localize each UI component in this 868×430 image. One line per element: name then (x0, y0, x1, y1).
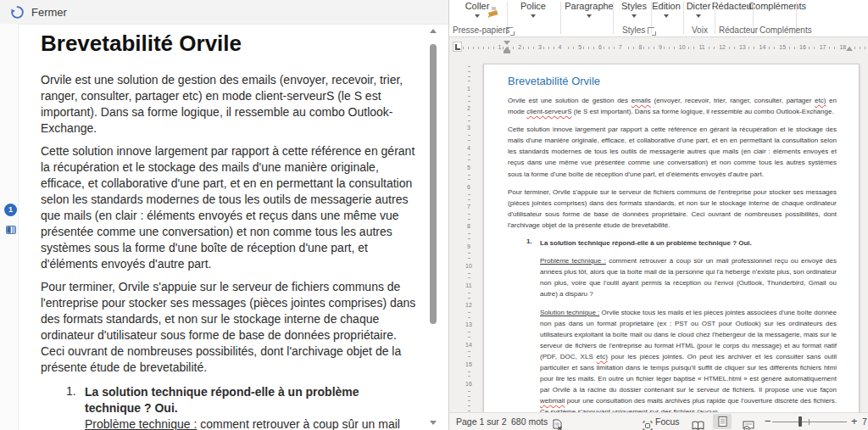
reader-margin: 1 (0, 24, 19, 430)
reader-paragraph: Cette solution innove largement par rapp… (41, 143, 418, 272)
ruler-number: 2 (465, 104, 473, 113)
horizontal-ruler[interactable]: 123456789101112131415161718 (449, 41, 868, 53)
ruler-number: 8 (637, 42, 643, 53)
status-bar: Page 1 sur 2 680 mots Focus (449, 412, 868, 430)
dictate-button[interactable]: Dicter (687, 1, 709, 18)
ruler-number: 16 (798, 42, 808, 53)
spellcheck-squiggle: client-serveurS (526, 108, 571, 115)
group-label-editor: Rédacteur (719, 25, 758, 35)
dialog-launcher-icon[interactable] (648, 27, 654, 34)
reader-content: Brevetabilité Orvile Orvile est une solu… (19, 24, 418, 430)
list-part: Problème technique : comment retrouver à… (85, 416, 418, 430)
ruler-number: 14 (758, 42, 768, 53)
ruler-number: 6 (465, 183, 473, 192)
paragraph-menu-button[interactable]: Paragraphe (567, 1, 611, 18)
doc-paragraph: Cette solution innove largement par rapp… (508, 124, 837, 179)
screen: Fermer 1 Brevetabilité Orvile Orvile est… (0, 0, 868, 430)
ruler-number: 3 (465, 124, 473, 132)
tab-stop-selector[interactable] (453, 42, 462, 52)
styles-menu-button[interactable]: Styles (622, 1, 646, 18)
ruler-number: 11 (465, 282, 473, 290)
reader-paragraph: Pour terminer, Orvile s'appuie sur le se… (41, 279, 418, 376)
immersive-reader-pane: Fermer 1 Brevetabilité Orvile Orvile est… (0, 0, 449, 430)
font-menu-button[interactable]: Police (520, 1, 546, 18)
list-part: Problème technique : comment retrouver à… (540, 255, 837, 299)
first-line-indent-marker[interactable] (504, 41, 510, 45)
spellcheck-squiggle: etc) (815, 97, 826, 104)
zoom-out-button[interactable]: − (765, 413, 771, 430)
ruler-number: 7 (465, 203, 473, 211)
focus-toggle[interactable]: Focus (655, 413, 680, 430)
chevron-down-icon (664, 14, 669, 18)
word-count[interactable]: 680 mots (511, 413, 548, 430)
ruler-number: 1 (465, 85, 473, 93)
ruler-number: 9 (657, 42, 664, 53)
doc-paragraph: Orvile est une solution de gestion des e… (508, 95, 837, 117)
ruler-number: 15 (777, 42, 787, 53)
ruler-number: 10 (465, 262, 473, 271)
ruler-number: 4 (465, 144, 473, 153)
page-number-badge: 1 (4, 204, 17, 216)
chevron-down-icon (531, 14, 536, 18)
word-window: Coller Police Paragraphe Styles Edition (449, 0, 868, 430)
left-indent-marker[interactable] (504, 51, 510, 53)
scroll-down-icon[interactable] (430, 421, 437, 425)
document-page[interactable]: Brevetabilité Orvile Orvile est une solu… (483, 64, 860, 413)
ribbon-separator (613, 2, 614, 34)
right-indent-marker[interactable] (846, 47, 853, 51)
focus-icon[interactable] (643, 416, 653, 430)
group-label-voice: Voix (692, 25, 708, 35)
ribbon-separator (560, 2, 561, 34)
ruler-number: 15 (465, 360, 473, 369)
close-reader-button[interactable]: Fermer (31, 6, 67, 19)
group-label-addins: Compléments (760, 25, 812, 35)
dialog-launcher-icon[interactable] (506, 27, 513, 34)
read-mode-icon[interactable] (692, 416, 704, 430)
editor-button[interactable]: Rédacteur (718, 1, 748, 11)
ribbon-separator (715, 2, 715, 34)
list-number: 1. (526, 237, 532, 245)
ruler-number: 17 (818, 42, 828, 53)
ruler-number: 2 (516, 42, 523, 53)
scroll-up-icon[interactable] (430, 29, 437, 33)
scrollbar-thumb[interactable] (430, 44, 437, 324)
ruler-number: 16 (465, 380, 473, 388)
print-layout-icon[interactable] (713, 414, 732, 429)
web-layout-icon[interactable] (743, 416, 754, 430)
zoom-slider-thumb[interactable] (798, 416, 802, 427)
list-part: Solution technique : Orvile stocke tous … (540, 307, 837, 414)
page-indicator[interactable]: Page 1 sur 2 (456, 413, 507, 430)
editing-menu-button[interactable]: Edition (654, 1, 678, 18)
zoom-slider-track[interactable] (772, 422, 847, 422)
ruler-number: 12 (465, 301, 473, 310)
ruler-number: 3 (537, 42, 543, 53)
ribbon-separator (683, 2, 684, 34)
zoom-level[interactable]: 7 (862, 413, 867, 430)
list-number: 1. (66, 384, 76, 398)
addins-button[interactable]: Compléments (758, 1, 797, 11)
ruler-number: 13 (465, 321, 473, 329)
group-label-styles: Styles (622, 25, 645, 35)
vertical-ruler[interactable]: 12345678910111213141516 (464, 66, 474, 413)
chevron-down-icon (696, 14, 701, 18)
reader-scrollbar[interactable] (428, 25, 438, 427)
reader-topbar: Fermer (0, 0, 448, 25)
reader-paragraph: Orvile est une solution de gestion des e… (41, 72, 418, 137)
list-parts: Problème technique : comment retrouver à… (85, 416, 418, 430)
document-canvas: 123456789101112131415161718 123456789101… (449, 37, 868, 413)
ruler-number: 10 (677, 42, 687, 53)
format-painter-icon[interactable] (487, 7, 498, 23)
ruler-number: 1 (497, 42, 504, 53)
doc-title: Brevetabilité Orvile (508, 75, 837, 87)
ruler-number: 11 (698, 42, 707, 53)
ruler-number: 14 (465, 341, 473, 349)
part-label: Problème technique : (540, 257, 606, 265)
part-label: Solution technique : (540, 309, 599, 316)
spellcheck-squiggle: webmail (540, 397, 565, 405)
spellcheck-squiggle: emails (632, 97, 651, 104)
book-icon[interactable] (6, 223, 16, 233)
zoom-in-button[interactable]: + (851, 413, 858, 430)
ruler-number: 13 (737, 42, 748, 53)
proofing-errors-icon[interactable] (552, 416, 563, 430)
back-arrow-icon[interactable] (10, 5, 25, 20)
